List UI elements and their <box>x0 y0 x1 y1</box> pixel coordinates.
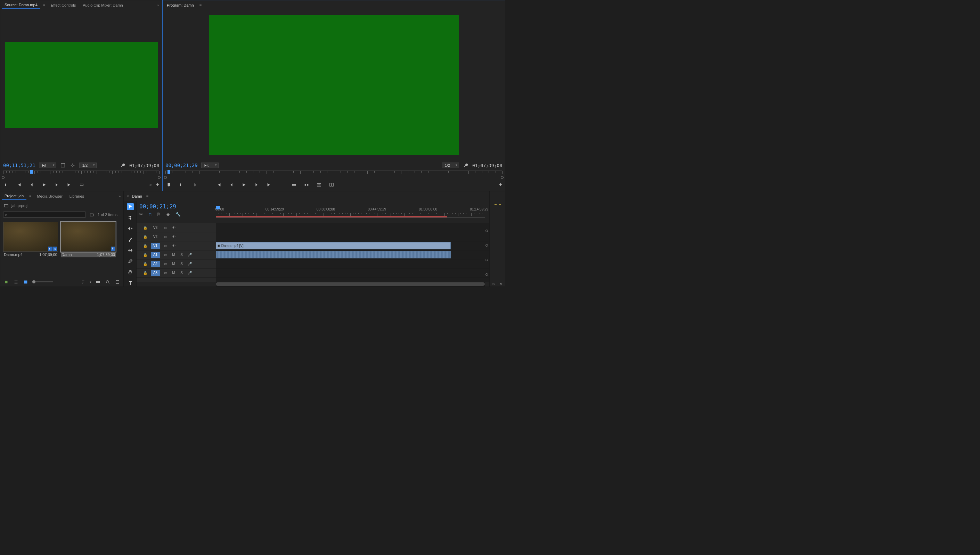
track-lane[interactable] <box>216 233 489 241</box>
track-lane[interactable]: ▣ Damn.mp4 [V] <box>216 241 489 250</box>
transport-overflow-icon[interactable]: » <box>148 182 153 187</box>
goto-in-icon[interactable] <box>215 181 222 188</box>
timeline-ruler-area[interactable]: ;00;0000;14;59;2900;30;00;0000;44;59;290… <box>216 201 489 223</box>
tab-audio-mixer[interactable]: Audio Clip Mixer: Damn <box>80 2 126 9</box>
new-bin-icon[interactable] <box>88 212 95 218</box>
track-header[interactable]: 🔒 A1 ▭ MS🎤 <box>137 250 216 260</box>
add-marker-icon[interactable] <box>165 181 172 188</box>
solo-icon[interactable]: S <box>179 261 184 266</box>
mute-icon[interactable]: M <box>171 252 176 257</box>
sync-lock-icon[interactable]: ▭ <box>163 271 168 275</box>
toggle-output-icon[interactable]: 👁 <box>171 225 176 230</box>
play-icon[interactable] <box>241 181 247 188</box>
lock-icon[interactable]: 🔒 <box>143 261 147 266</box>
program-resolution-dropdown[interactable]: 1/2 <box>442 162 459 168</box>
solo-icon[interactable]: S <box>179 252 184 257</box>
thumbnail-size-slider[interactable] <box>32 281 53 282</box>
source-zoom-dropdown[interactable]: Fit <box>39 162 56 168</box>
list-view-icon[interactable] <box>13 279 19 285</box>
tab-media-browser[interactable]: Media Browser <box>34 193 65 200</box>
track-content[interactable]: ▣ Damn.mp4 [V] <box>216 223 489 282</box>
project-bin-grid[interactable]: ▸♫ Damn.mp4 1;07;39;00 ⎘ Damn 1;07;39;00 <box>0 219 124 277</box>
lift-icon[interactable] <box>291 181 297 188</box>
track-header[interactable]: 🔒 V3 ▭ 👁 <box>137 223 216 233</box>
track-lane[interactable] <box>216 268 489 278</box>
extract-icon[interactable] <box>303 181 310 188</box>
source-viewer[interactable] <box>0 10 162 160</box>
wrench-icon[interactable] <box>120 162 126 168</box>
close-tab-icon[interactable]: × <box>127 194 129 198</box>
lock-icon[interactable]: 🔒 <box>143 252 147 257</box>
solo-icon[interactable]: S <box>179 271 184 275</box>
find-icon[interactable] <box>104 279 111 285</box>
icon-view-icon[interactable] <box>22 279 29 285</box>
track-name-label[interactable]: A1 <box>151 252 160 258</box>
panel-menu-icon[interactable]: ≡ <box>28 194 33 198</box>
panel-menu-icon[interactable]: ≡ <box>42 3 47 7</box>
timeline-timecode[interactable]: 00;00;21;29 <box>139 203 213 210</box>
track-lane[interactable] <box>216 250 489 260</box>
pen-tool-icon[interactable] <box>127 258 134 265</box>
tab-libraries[interactable]: Libraries <box>67 193 87 200</box>
goto-in-icon[interactable] <box>16 181 22 188</box>
new-item-icon[interactable] <box>114 279 120 285</box>
overflow-icon[interactable]: » <box>117 194 122 198</box>
toggle-output-icon[interactable]: 👁 <box>171 244 176 248</box>
panel-menu-icon[interactable]: ≡ <box>198 3 203 7</box>
voice-over-icon[interactable]: 🎤 <box>187 261 192 266</box>
track-select-tool-icon[interactable] <box>127 214 134 221</box>
source-ruler[interactable] <box>0 170 162 179</box>
solo-label[interactable]: S <box>500 282 502 286</box>
selection-tool-icon[interactable] <box>127 203 134 210</box>
tab-effect-controls[interactable]: Effect Controls <box>48 2 79 9</box>
auto-seq-icon[interactable] <box>95 279 101 285</box>
overflow-icon[interactable]: » <box>156 3 161 7</box>
mute-icon[interactable]: M <box>171 271 176 275</box>
wrench-icon[interactable] <box>463 162 469 168</box>
timeline-playhead[interactable] <box>218 223 218 282</box>
tab-program[interactable]: Program: Damn <box>164 2 197 9</box>
drag-video-icon[interactable] <box>69 162 76 168</box>
type-tool-icon[interactable] <box>127 280 134 287</box>
insert-icon[interactable] <box>78 181 85 188</box>
mark-in-icon[interactable] <box>3 181 10 188</box>
add-button-icon[interactable]: + <box>156 182 159 188</box>
sync-lock-icon[interactable]: ▭ <box>163 261 168 266</box>
rw-toggle-icon[interactable] <box>3 279 10 285</box>
sort-icon[interactable] <box>80 279 86 285</box>
solo-label[interactable]: S <box>492 282 495 286</box>
export-frame-icon[interactable] <box>316 181 323 188</box>
goto-out-icon[interactable] <box>66 181 72 188</box>
sync-lock-icon[interactable]: ▭ <box>163 225 168 230</box>
lock-icon[interactable]: 🔒 <box>143 244 147 248</box>
track-header[interactable]: 🔒 V1 ▭ 👁 <box>137 241 216 250</box>
panel-menu-icon[interactable]: ≡ <box>145 194 150 198</box>
select-zoom-icon[interactable] <box>60 162 66 168</box>
lock-icon[interactable]: 🔒 <box>143 271 147 275</box>
track-name-label[interactable]: V3 <box>151 225 160 231</box>
snap-toggle-icon[interactable]: ⊓ <box>148 212 153 217</box>
program-timecode[interactable]: 00;00;21;29 <box>165 162 198 168</box>
comparison-icon[interactable] <box>328 181 335 188</box>
nest-toggle-icon[interactable]: ✂ <box>139 212 144 217</box>
audio-meter-area[interactable]: S S <box>490 191 505 287</box>
ripple-edit-tool-icon[interactable] <box>127 225 134 232</box>
bin-item[interactable]: ⎘ Damn 1;07;39;00 <box>61 222 116 257</box>
track-name-label[interactable]: A2 <box>151 261 160 267</box>
track-lane[interactable] <box>216 260 489 268</box>
program-zoom-dropdown[interactable]: Fit <box>201 162 218 168</box>
tab-project[interactable]: Project: jah <box>2 192 26 200</box>
mark-out-icon[interactable] <box>190 181 198 188</box>
step-back-icon[interactable] <box>228 181 235 188</box>
track-lane[interactable] <box>216 223 489 233</box>
voice-over-icon[interactable]: 🎤 <box>187 252 192 257</box>
voice-over-icon[interactable]: 🎤 <box>187 271 192 275</box>
timeline-clip[interactable] <box>216 251 451 258</box>
hand-tool-icon[interactable] <box>127 269 134 276</box>
track-header[interactable]: 🔒 A3 ▭ MS🎤 <box>137 268 216 278</box>
sync-lock-icon[interactable]: ▭ <box>163 244 168 248</box>
sync-lock-icon[interactable]: ▭ <box>163 252 168 257</box>
step-back-icon[interactable] <box>28 181 35 188</box>
mark-in-icon[interactable] <box>178 181 185 188</box>
track-header[interactable]: 🔒 V2 ▭ 👁 <box>137 233 216 241</box>
